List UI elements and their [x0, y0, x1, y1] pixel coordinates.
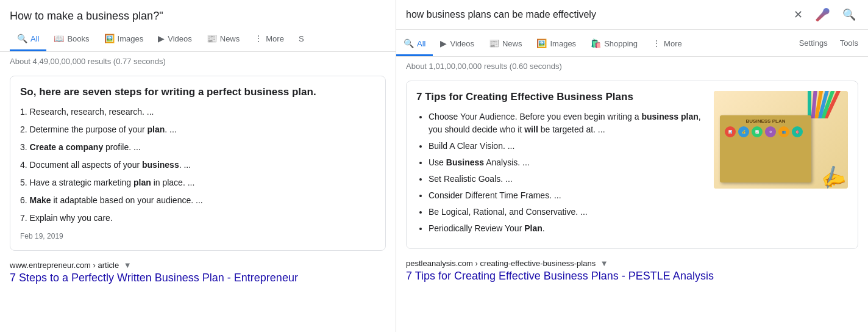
list-item: Use Business Analysis. ...	[429, 156, 704, 169]
list-item: 1. Research, research, research. ...	[20, 106, 375, 118]
left-panel: How to make a business plan?" 🔍 All 📖 Bo…	[0, 0, 396, 332]
tab-videos-label-left: Videos	[168, 34, 192, 43]
search-icons: ✕ 🎤 🔍	[791, 5, 858, 24]
tab-s-label-left: S	[299, 34, 304, 43]
left-link-area: www.entrepreneur.com › article ▼ 7 Steps…	[0, 256, 396, 290]
right-result-card: 7 Tips for Creating Effective Business P…	[406, 81, 858, 249]
settings-link[interactable]: Settings	[794, 32, 833, 54]
images-icon-right: 🖼️	[536, 38, 547, 48]
tab-all-right-label: All	[417, 39, 425, 48]
list-item: 4. Document all aspects of your business…	[20, 159, 375, 171]
clear-button[interactable]: ✕	[791, 5, 805, 24]
videos-icon-right: ▶	[440, 38, 447, 48]
tab-books-label: Books	[67, 34, 89, 43]
right-nav-bar: 🔍 All ▶ Videos 📰 News 🖼️ Images 🛍️ Shopp…	[396, 30, 868, 57]
tab-more-left[interactable]: ⋮ More	[247, 27, 291, 51]
tab-images-left[interactable]: 🖼️ Images	[97, 27, 151, 51]
tab-images-label-right: Images	[550, 39, 576, 48]
right-result-link[interactable]: 7 Tips for Creating Effective Business P…	[406, 270, 714, 282]
tab-videos-label-right: Videos	[450, 39, 474, 48]
more-icon-left: ⋮	[254, 34, 263, 43]
list-item: Be Logical, Rational, and Conservative. …	[429, 206, 704, 218]
tab-images-right[interactable]: 🖼️ Images	[529, 32, 583, 56]
tab-news-label-right: News	[502, 39, 522, 48]
settings-tools-area: Settings Tools	[794, 32, 868, 54]
tab-all-right[interactable]: 🔍 All	[396, 32, 433, 56]
right-card-content: 7 Tips for Creating Effective Business P…	[416, 91, 704, 239]
tab-videos-left[interactable]: ▶ Videos	[151, 27, 199, 51]
tools-link[interactable]: Tools	[835, 32, 863, 54]
right-breadcrumb-dropdown-icon[interactable]: ▼	[600, 259, 608, 268]
images-icon-left: 🖼️	[104, 34, 115, 43]
right-search-bar: ✕ 🎤 🔍	[396, 0, 868, 30]
videos-icon-left: ▶	[158, 34, 165, 43]
search-icon-left: 🔍	[17, 34, 27, 43]
left-result-list: 1. Research, research, research. ... 2. …	[20, 106, 375, 225]
tab-shopping-label: Shopping	[604, 39, 638, 48]
voice-search-button[interactable]: 🎤	[813, 5, 833, 24]
left-breadcrumb: www.entrepreneur.com › article ▼	[10, 261, 386, 270]
list-item: Choose Your Audience. Before you even be…	[429, 110, 704, 136]
tab-more-label-left: More	[266, 34, 284, 43]
list-item: Periodically Review Your Plan.	[429, 222, 704, 235]
right-results-info: About 1,01,00,00,000 results (0.60 secon…	[396, 57, 868, 76]
tab-images-label-left: Images	[118, 34, 144, 43]
tab-all-left-label: All	[30, 34, 39, 43]
search-icon-right: 🔍	[404, 38, 414, 48]
right-panel: ✕ 🎤 🔍 🔍 All ▶ Videos 📰 News 🖼️ Images	[396, 0, 868, 332]
right-card-title: 7 Tips for Creating Effective Business P…	[416, 91, 704, 103]
list-item: 7. Explain why you care.	[20, 212, 375, 225]
list-item: 3. Create a company profile. ...	[20, 141, 375, 154]
left-results-info: About 4,49,00,00,000 results (0.77 secon…	[0, 52, 396, 71]
list-item: 6. Make it adaptable based on your audie…	[20, 194, 375, 207]
right-bullet-list: Choose Your Audience. Before you even be…	[416, 110, 704, 235]
tab-all-left[interactable]: 🔍 All	[10, 27, 46, 51]
right-link-area: pestleanalysis.com › creating-effective-…	[396, 254, 868, 288]
list-item: Set Realistic Goals. ...	[429, 173, 704, 186]
result-card-thumbnail: BUSINESS PLAN 📊 💰 📈 ⚙ 👥 🎯 ✍️	[714, 91, 848, 189]
list-item: 5. Have a strategic marketing plan in pl…	[20, 176, 375, 189]
tab-books-left[interactable]: 📖 Books	[46, 27, 96, 51]
right-nav-tabs: 🔍 All ▶ Videos 📰 News 🖼️ Images 🛍️ Shopp…	[396, 32, 794, 56]
list-item: 2. Determine the purpose of your plan. .…	[20, 123, 375, 136]
left-card-title: So, here are seven steps for writing a p…	[20, 86, 375, 98]
tab-news-right[interactable]: 📰 News	[482, 32, 530, 56]
left-search-query: How to make a business plan?"	[10, 5, 386, 25]
shopping-icon: 🛍️	[591, 38, 601, 48]
news-icon-right: 📰	[489, 38, 499, 48]
tab-news-label-left: News	[220, 34, 240, 43]
left-search-bar-area: How to make a business plan?" 🔍 All 📖 Bo…	[0, 0, 396, 52]
result-date: Feb 19, 2019	[20, 232, 375, 240]
tab-more-right[interactable]: ⋮ More	[645, 32, 689, 56]
books-icon: 📖	[54, 34, 64, 43]
tab-videos-right[interactable]: ▶ Videos	[433, 32, 482, 56]
breadcrumb-dropdown-icon[interactable]: ▼	[124, 261, 132, 270]
tab-s-left[interactable]: S	[291, 28, 311, 51]
list-item: Consider Different Time Frames. ...	[429, 189, 704, 202]
list-item: Build A Clear Vision. ...	[429, 140, 704, 153]
search-button[interactable]: 🔍	[840, 5, 858, 24]
tab-news-left[interactable]: 📰 News	[199, 27, 247, 51]
left-result-card: So, here are seven steps for writing a p…	[10, 76, 386, 251]
tab-more-label-right: More	[664, 39, 682, 48]
more-icon-right: ⋮	[652, 38, 661, 48]
right-breadcrumb: pestleanalysis.com › creating-effective-…	[406, 259, 858, 268]
left-result-link[interactable]: 7 Steps to a Perfectly Written Business …	[10, 272, 298, 284]
right-search-input[interactable]	[406, 9, 786, 20]
tab-shopping-right[interactable]: 🛍️ Shopping	[583, 32, 645, 56]
left-nav-tabs: 🔍 All 📖 Books 🖼️ Images ▶ Videos 📰 News …	[10, 27, 386, 51]
news-icon-left: 📰	[207, 34, 217, 43]
